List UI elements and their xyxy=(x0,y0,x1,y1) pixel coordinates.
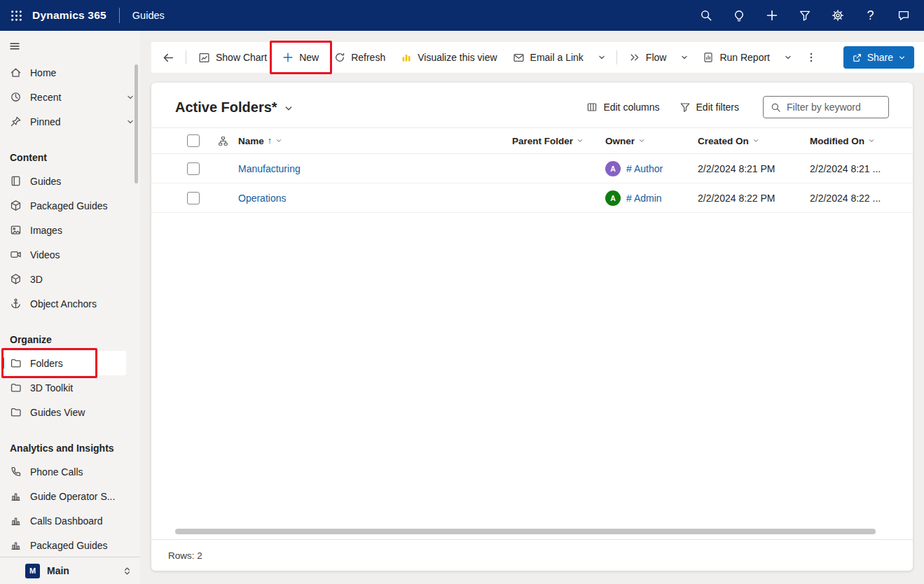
record-link[interactable]: Manufacturing xyxy=(238,163,512,174)
area-name: Guides xyxy=(132,10,165,21)
column-header-modified-on[interactable]: Modified On xyxy=(810,136,913,146)
chevron-down-icon xyxy=(275,137,282,144)
sidebar-item-packaged-guides[interactable]: Packaged Guides xyxy=(0,193,140,218)
environment-badge: M xyxy=(25,564,40,578)
feedback-button[interactable] xyxy=(887,0,920,31)
column-label: Name xyxy=(238,136,264,146)
sidebar-item-calls-dashboard[interactable]: Calls Dashboard xyxy=(0,508,140,533)
sidebar-item-label: Phone Calls xyxy=(30,466,83,478)
owner-link[interactable]: # Admin xyxy=(626,193,662,204)
refresh-button[interactable]: Refresh xyxy=(327,45,392,70)
email-link-dropdown-button[interactable] xyxy=(592,45,612,70)
bar-chart-icon xyxy=(10,539,22,551)
sidebar-item-guides-view[interactable]: Guides View xyxy=(0,400,140,424)
pin-icon xyxy=(10,116,22,127)
horizontal-scrollbar-thumb[interactable] xyxy=(175,529,876,534)
sidebar-item-guide-operator-sessions[interactable]: Guide Operator S... xyxy=(0,484,140,508)
filter-button[interactable] xyxy=(788,0,821,31)
folder-icon xyxy=(10,357,22,369)
help-button[interactable]: ? xyxy=(854,0,887,31)
sidebar-item-3d-toolkit[interactable]: 3D Toolkit xyxy=(0,375,140,400)
row-checkbox[interactable] xyxy=(187,192,200,204)
envelope-icon xyxy=(513,52,525,64)
app-name[interactable]: Dynamics 365 xyxy=(32,9,106,22)
column-header-parent-folder[interactable]: Parent Folder xyxy=(512,136,605,146)
run-report-dropdown-button[interactable] xyxy=(778,45,798,70)
settings-button[interactable] xyxy=(821,0,854,31)
column-header-owner[interactable]: Owner xyxy=(605,136,698,146)
chevron-down-icon xyxy=(126,118,135,126)
edit-filters-label: Edit filters xyxy=(696,102,739,113)
power-bi-icon xyxy=(401,52,412,63)
keyword-filter-box xyxy=(763,96,889,118)
command-bar: Show Chart New Refresh Visualize this vi… xyxy=(151,42,924,73)
sidebar-item-home[interactable]: Home xyxy=(0,60,140,85)
run-report-button[interactable]: Run Report xyxy=(696,45,777,70)
sidebar-item-phone-calls[interactable]: Phone Calls xyxy=(0,459,140,484)
app-launcher-button[interactable] xyxy=(0,0,32,31)
chevron-up-down-icon xyxy=(123,566,132,576)
lightbulb-button[interactable] xyxy=(722,0,755,31)
column-header-created-on[interactable]: Created On xyxy=(698,136,810,146)
horizontal-scrollbar xyxy=(175,527,889,536)
chevron-down-icon xyxy=(680,53,689,62)
sidebar-item-images[interactable]: Images xyxy=(0,218,140,242)
owner-cell: A # Author xyxy=(605,161,698,176)
flow-dropdown-button[interactable] xyxy=(675,45,694,70)
edit-columns-button[interactable]: Edit columns xyxy=(586,102,659,113)
new-label: New xyxy=(299,52,319,63)
sidebar-item-videos[interactable]: Videos xyxy=(0,242,140,267)
new-button[interactable]: New xyxy=(275,45,326,70)
show-chart-icon xyxy=(198,52,210,64)
sidebar-item-label: Home xyxy=(30,67,56,78)
row-checkbox[interactable] xyxy=(187,162,200,175)
plus-icon xyxy=(766,9,778,22)
sidebar-item-3d[interactable]: 3D xyxy=(0,267,140,291)
sidebar-item-label: 3D Toolkit xyxy=(30,382,73,394)
sidebar-item-label: Object Anchors xyxy=(30,298,97,310)
sidebar-item-folders[interactable]: Folders xyxy=(0,351,126,375)
question-mark-icon: ? xyxy=(867,8,874,23)
keyword-filter-input[interactable] xyxy=(787,102,881,113)
show-chart-button[interactable]: Show Chart xyxy=(191,45,274,70)
refresh-label: Refresh xyxy=(351,52,385,63)
funnel-icon xyxy=(680,102,691,113)
search-icon xyxy=(700,9,712,22)
column-header-name[interactable]: Name ↑ xyxy=(238,136,512,146)
flow-icon xyxy=(629,52,640,63)
collapse-sidebar-button[interactable] xyxy=(4,36,25,56)
table-row[interactable]: Manufacturing A # Author 2/2/2024 8:21 P… xyxy=(151,154,913,183)
sidebar-scrollbar[interactable] xyxy=(135,64,138,183)
environment-picker[interactable]: M Main xyxy=(0,557,140,584)
share-button[interactable]: Share xyxy=(843,46,914,69)
chevron-down-icon xyxy=(868,137,875,144)
flow-button[interactable]: Flow xyxy=(622,45,674,70)
record-link[interactable]: Operations xyxy=(238,193,512,204)
video-camera-icon xyxy=(10,249,22,260)
hierarchy-icon xyxy=(218,136,228,146)
back-button[interactable] xyxy=(156,45,181,70)
sidebar-item-recent[interactable]: Recent xyxy=(0,85,140,109)
view-selector[interactable]: Active Folders* xyxy=(175,99,294,116)
sidebar-item-label: Calls Dashboard xyxy=(30,515,103,527)
table-row[interactable]: Operations A # Admin 2/2/2024 8:22 PM 2/… xyxy=(151,183,913,213)
sidebar-item-object-anchors[interactable]: Object Anchors xyxy=(0,291,140,316)
sidebar-item-label: 3D xyxy=(30,274,43,285)
sidebar: Home Recent Pinned Content Guides Packag… xyxy=(0,31,140,584)
sidebar-item-pinned[interactable]: Pinned xyxy=(0,109,140,134)
email-link-label: Email a Link xyxy=(530,52,584,63)
sidebar-item-guides[interactable]: Guides xyxy=(0,169,140,193)
chevron-down-icon xyxy=(784,53,792,62)
select-all-checkbox[interactable] xyxy=(187,134,200,147)
search-button[interactable] xyxy=(689,0,722,31)
quick-create-button[interactable] xyxy=(755,0,788,31)
email-link-button[interactable]: Email a Link xyxy=(506,45,591,70)
top-navigation-bar: Dynamics 365 Guides ? xyxy=(0,0,924,31)
visualize-view-button[interactable]: Visualize this view xyxy=(394,45,504,70)
sidebar-item-packaged-guides-dashboard[interactable]: Packaged Guides xyxy=(0,533,140,557)
sidebar-section-organize: Organize xyxy=(0,323,140,351)
more-commands-button[interactable] xyxy=(799,45,823,70)
owner-link[interactable]: # Author xyxy=(626,163,663,174)
guides-icon xyxy=(10,175,22,187)
edit-filters-button[interactable]: Edit filters xyxy=(680,102,739,113)
